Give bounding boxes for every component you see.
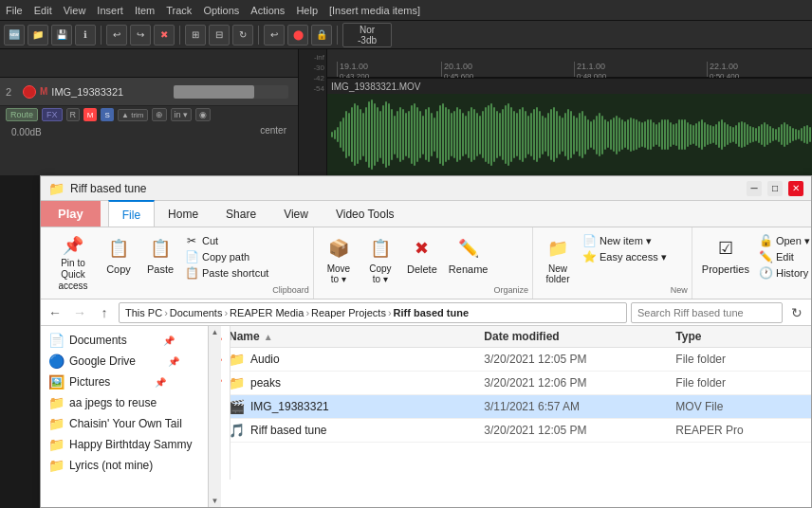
waveform-bar (505, 105, 507, 164)
loop-btn[interactable]: ↻ (232, 25, 253, 45)
open-button[interactable]: 🔓 Open ▾ (755, 233, 812, 248)
scroll-up-arrow[interactable]: ▲ (212, 328, 219, 336)
tab-view[interactable]: View (270, 201, 323, 227)
tab-share[interactable]: Share (212, 201, 270, 227)
undo-btn[interactable]: ↩ (106, 25, 127, 45)
lock-btn[interactable]: 🔒 (311, 25, 332, 45)
menu-file[interactable]: File (6, 5, 23, 16)
monitor-btn[interactable]: ◉ (195, 108, 211, 121)
nav-scrollbar[interactable]: ▲ ▼ (208, 326, 221, 507)
nav-item[interactable]: 📁Lyrics (not mine) (41, 455, 230, 476)
pin-label: Pin to Quickaccess (54, 258, 92, 292)
file-name: Audio (250, 353, 280, 366)
pin-quickaccess-button[interactable]: 📌 Pin to Quickaccess (48, 231, 98, 295)
file-row[interactable]: 📁 peaks 3/20/2021 12:06 PM File folder (221, 372, 811, 395)
waveform-bar (587, 119, 589, 151)
save-btn[interactable]: 💾 (51, 25, 72, 45)
maximize-button[interactable]: □ (767, 181, 783, 196)
nav-item[interactable]: 🖼️Pictures📌 (41, 372, 230, 392)
waveform-bar (508, 103, 509, 166)
new-item-button[interactable]: 📄 New item ▾ (579, 233, 671, 248)
record-button[interactable] (23, 85, 36, 99)
special-btn[interactable]: ✖ (154, 25, 175, 45)
play-tab[interactable]: Play (41, 201, 101, 227)
metronome-btn[interactable]: ⊞ (185, 25, 206, 45)
nav-item[interactable]: 📁aa jpegs to reuse (41, 392, 230, 413)
menu-help[interactable]: Help (296, 5, 318, 16)
menu-edit[interactable]: Edit (34, 5, 52, 16)
edit-button[interactable]: ✏️ Edit (755, 249, 812, 264)
nav-item-label: Google Drive (69, 354, 136, 368)
new-project-btn[interactable]: 🆕 (4, 25, 25, 45)
refresh-button[interactable]: ↻ (786, 302, 807, 323)
file-row[interactable]: 📁 Audio 3/20/2021 12:05 PM File folder (221, 348, 811, 372)
copy-path-button[interactable]: 📄 Copy path (181, 249, 272, 264)
nav-item[interactable]: 🔵Google Drive📌 (41, 351, 230, 372)
rename-button[interactable]: ✏️ Rename (443, 231, 494, 295)
play-label: Play (58, 207, 83, 221)
info-btn[interactable]: ℹ (75, 25, 96, 45)
easy-access-button[interactable]: ⭐ Easy access ▾ (579, 249, 671, 264)
back-button[interactable]: ← (45, 302, 65, 323)
waveform-bar (798, 130, 800, 139)
delete-button[interactable]: ✖ Delete (401, 231, 443, 295)
input-btn[interactable]: in ▾ (171, 108, 193, 121)
solo-btn[interactable]: S (101, 108, 114, 121)
copy-button[interactable]: 📋 Copy (98, 231, 139, 295)
menu-track[interactable]: Track (166, 5, 192, 16)
nav-item[interactable]: 📄Documents📌 (41, 330, 230, 351)
properties-button[interactable]: ☑ Properties (696, 231, 755, 295)
paste-button[interactable]: 📋 Paste (139, 231, 181, 295)
file-row[interactable]: 🎵 Riff based tune 3/20/2021 12:05 PM REA… (221, 419, 811, 443)
menu-insert[interactable]: Insert (97, 5, 123, 16)
record-arm-btn[interactable]: R (66, 108, 81, 121)
nav-item[interactable]: 📁Chaisin' Your Own Tail (41, 413, 230, 434)
scroll-down-arrow[interactable]: ▼ (212, 497, 219, 505)
phase-btn[interactable]: ⊕ (152, 108, 167, 121)
minimize-button[interactable]: ─ (747, 181, 762, 196)
fx-button[interactable]: FX (42, 108, 63, 121)
cut-icon: ✂ (185, 234, 198, 247)
up-button[interactable]: ↑ (94, 302, 115, 323)
waveform-bar (749, 126, 751, 143)
mute-btn[interactable]: M (83, 108, 97, 121)
open-btn[interactable]: 📁 (28, 25, 48, 45)
trim-btn[interactable]: ▲ trim (118, 109, 147, 121)
forward-button[interactable]: → (69, 302, 90, 323)
rewind-btn[interactable]: ↩ (264, 25, 285, 45)
bc-2[interactable]: Documents (170, 307, 223, 318)
col-date[interactable]: Date modified (484, 330, 675, 343)
grid-btn[interactable]: ⊟ (209, 25, 230, 45)
menu-view[interactable]: View (64, 5, 86, 16)
waveform-bar (795, 129, 797, 140)
nav-item[interactable]: 📁Happy Birthtday Sammy (41, 434, 230, 455)
waveform-bar (377, 107, 378, 161)
redo-btn[interactable]: ↪ (130, 25, 151, 45)
bc-3[interactable]: REAPER Media (230, 307, 304, 318)
menu-insert-media[interactable]: [Insert media items] (329, 5, 420, 16)
paste-shortcut-button[interactable]: 📋 Paste shortcut (181, 265, 272, 281)
col-type[interactable]: Type (675, 330, 803, 343)
route-button[interactable]: Route (6, 108, 38, 121)
copy-to-button[interactable]: 📋 Copyto ▾ (360, 231, 401, 295)
tab-videotools[interactable]: Video Tools (323, 201, 409, 227)
cut-button[interactable]: ✂ Cut (181, 233, 272, 248)
search-input[interactable] (631, 302, 783, 323)
file-row[interactable]: 🎬 IMG_19383321 3/11/2021 6:57 AM MOV Fil… (221, 395, 811, 419)
menu-options[interactable]: Options (203, 5, 239, 16)
move-to-button[interactable]: 📦 Moveto ▾ (318, 231, 360, 295)
close-button[interactable]: ✕ (788, 181, 803, 196)
new-folder-button[interactable]: 📁 Newfolder (537, 231, 579, 295)
tab-home[interactable]: Home (155, 201, 212, 227)
menu-item[interactable]: Item (135, 5, 155, 16)
arm-btn[interactable]: ⬤ (287, 25, 308, 45)
col-name[interactable]: Name ▲ (229, 330, 484, 343)
timeline-area: 19.1.000:43.200 20.1.000:45.600 21.1.000… (327, 49, 812, 175)
bc-5[interactable]: Riff based tune (394, 307, 469, 318)
tab-file[interactable]: File (108, 200, 155, 227)
menu-actions[interactable]: Actions (250, 5, 285, 16)
bc-1[interactable]: This PC (125, 307, 162, 318)
new-group: 📁 Newfolder 📄 New item ▾ ⭐ Easy access ▾… (533, 227, 692, 299)
history-button[interactable]: 🕐 History (755, 265, 812, 281)
bc-4[interactable]: Reaper Projects (311, 307, 386, 318)
